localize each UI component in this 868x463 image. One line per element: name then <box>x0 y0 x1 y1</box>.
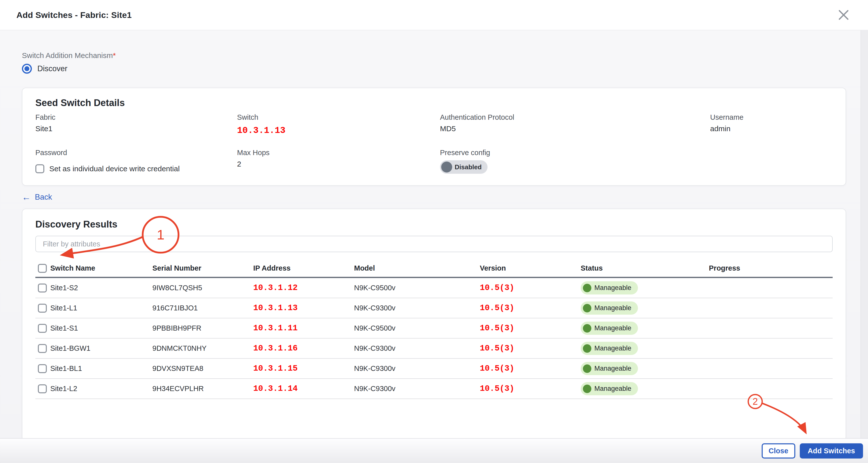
model-cell: N9K-C9500v <box>354 324 480 332</box>
col-version[interactable]: Version <box>480 264 581 272</box>
table-header-row: Switch Name Serial Number IP Address Mod… <box>35 259 833 278</box>
close-button[interactable]: Close <box>762 443 795 459</box>
switch-name-cell: Site1-S1 <box>50 324 152 332</box>
back-link[interactable]: ← Back <box>22 193 52 202</box>
dialog-header: Add Switches - Fabric: Site1 <box>0 0 868 30</box>
model-cell: N9K-C9300v <box>354 384 480 393</box>
status-dot-icon <box>583 344 591 353</box>
ip-address-cell: 10.3.1.13 <box>253 303 354 313</box>
ip-address-cell: 10.3.1.12 <box>253 283 354 292</box>
status-dot-icon <box>583 304 591 312</box>
switch-addition-mechanism-label: Switch Addition Mechanism* <box>22 51 846 60</box>
add-switches-button[interactable]: Add Switches <box>800 443 863 459</box>
col-model[interactable]: Model <box>354 264 480 272</box>
status-badge: Manageable <box>581 302 638 315</box>
max-hops-field: Max Hops 2 <box>237 149 440 174</box>
back-link-label: Back <box>35 193 52 202</box>
ip-address-cell: 10.3.1.14 <box>253 384 354 393</box>
version-cell: 10.5(3) <box>480 323 581 333</box>
write-credential-checkbox[interactable] <box>35 164 44 173</box>
col-serial-number[interactable]: Serial Number <box>152 264 253 272</box>
row-checkbox[interactable] <box>38 344 47 353</box>
auth-protocol-label: Authentication Protocol <box>440 113 710 121</box>
status-badge: Manageable <box>581 321 638 335</box>
switch-label: Switch <box>237 113 440 121</box>
status-dot-icon <box>583 364 591 373</box>
version-cell: 10.5(3) <box>480 364 581 373</box>
status-badge: Manageable <box>581 281 638 295</box>
max-hops-label: Max Hops <box>237 149 440 157</box>
status-cell: Manageable <box>581 342 709 355</box>
back-arrow-icon: ← <box>22 193 31 202</box>
dialog-title: Add Switches - Fabric: Site1 <box>17 10 132 20</box>
serial-number-cell: 916C71IBJO1 <box>152 304 253 312</box>
dialog-footer: Close Add Switches <box>0 438 868 463</box>
col-progress[interactable]: Progress <box>709 264 833 272</box>
filter-input[interactable] <box>35 236 833 252</box>
discovery-results-card: Discovery Results Switch Name Serial Num… <box>22 209 846 441</box>
switch-name-cell: Site1-L2 <box>50 384 152 393</box>
row-checkbox[interactable] <box>38 324 47 333</box>
username-label: Username <box>710 113 833 121</box>
switch-addition-mechanism-text: Switch Addition Mechanism <box>22 51 113 60</box>
row-checkbox[interactable] <box>38 283 47 292</box>
model-cell: N9K-C9300v <box>354 344 480 352</box>
col-ip-address[interactable]: IP Address <box>253 264 354 272</box>
status-badge: Manageable <box>581 382 638 395</box>
select-all-checkbox[interactable] <box>38 264 47 273</box>
version-cell: 10.5(3) <box>480 344 581 353</box>
empty-grid-cell <box>710 149 833 174</box>
username-value: admin <box>710 124 833 133</box>
status-cell: Manageable <box>581 382 709 395</box>
preserve-config-toggle[interactable]: Disabled <box>440 160 488 174</box>
serial-number-cell: 9IW8CL7QSH5 <box>152 284 253 292</box>
table-row: Site1-S2 9IW8CL7QSH5 10.3.1.12 N9K-C9500… <box>35 278 833 298</box>
row-checkbox[interactable] <box>38 304 47 313</box>
seed-switch-details-title: Seed Switch Details <box>35 98 833 108</box>
serial-number-cell: 9H34ECVPLHR <box>152 384 253 393</box>
discovery-results-title: Discovery Results <box>35 219 833 230</box>
discover-radio[interactable] <box>22 64 32 74</box>
toggle-knob-icon <box>441 161 452 173</box>
version-cell: 10.5(3) <box>480 384 581 393</box>
mechanism-radio-row: Discover <box>22 64 846 74</box>
col-status[interactable]: Status <box>581 264 709 272</box>
switch-ip-value: 10.3.1.13 <box>237 125 440 136</box>
preserve-config-toggle-row: Disabled <box>440 160 710 174</box>
password-label: Password <box>35 149 237 157</box>
preserve-config-value: Disabled <box>455 163 482 171</box>
write-credential-row: Set as individual device write credentia… <box>35 164 237 173</box>
add-switches-dialog: Add Switches - Fabric: Site1 Switch Addi… <box>0 0 868 463</box>
fabric-value: Site1 <box>35 124 237 133</box>
table-row: Site1-L1 916C71IBJO1 10.3.1.13 N9K-C9300… <box>35 298 833 318</box>
switch-name-cell: Site1-S2 <box>50 284 152 292</box>
auth-protocol-field: Authentication Protocol MD5 <box>440 113 710 136</box>
ip-address-cell: 10.3.1.11 <box>253 323 354 333</box>
col-switch-name[interactable]: Switch Name <box>50 264 152 272</box>
version-cell: 10.5(3) <box>480 283 581 292</box>
model-cell: N9K-C9300v <box>354 364 480 373</box>
status-cell: Manageable <box>581 281 709 295</box>
max-hops-value: 2 <box>237 160 440 168</box>
row-checkbox[interactable] <box>38 364 47 373</box>
status-cell: Manageable <box>581 321 709 335</box>
close-dialog-button[interactable] <box>836 7 851 23</box>
seed-fields-grid: Fabric Site1 Switch 10.3.1.13 Authentica… <box>35 113 833 174</box>
status-badge: Manageable <box>581 362 638 375</box>
model-cell: N9K-C9300v <box>354 304 480 312</box>
scrollbar-gutter[interactable] <box>861 30 868 438</box>
version-cell: 10.5(3) <box>480 303 581 313</box>
table-row: Site1-S1 9PBBIBH9PFR 10.3.1.11 N9K-C9500… <box>35 318 833 339</box>
row-checkbox[interactable] <box>38 384 47 393</box>
status-dot-icon <box>583 324 591 333</box>
switch-name-cell: Site1-BL1 <box>50 364 152 373</box>
discover-radio-label: Discover <box>37 64 67 73</box>
close-icon <box>838 9 849 21</box>
password-field: Password Set as individual device write … <box>35 149 237 174</box>
fabric-field: Fabric Site1 <box>35 113 237 136</box>
status-dot-icon <box>583 384 591 393</box>
status-dot-icon <box>583 284 591 292</box>
switch-name-cell: Site1-L1 <box>50 304 152 312</box>
auth-protocol-value: MD5 <box>440 124 710 133</box>
preserve-config-field: Preserve config Disabled <box>440 149 710 174</box>
